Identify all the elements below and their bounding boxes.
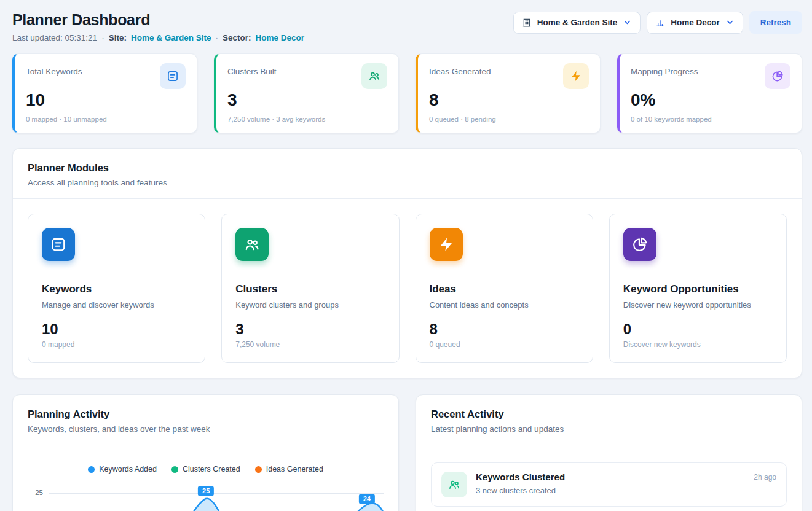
module-value: 3 (235, 321, 385, 338)
recent-item-timestamp: 2h ago (754, 472, 776, 482)
module-detail: 7,250 volume (235, 340, 385, 349)
module-description: Manage and discover keywords (42, 300, 191, 310)
module-title: Keywords (42, 283, 191, 295)
modules-grid: Keywords Manage and discover keywords 10… (13, 199, 802, 378)
stat-label: Ideas Generated (429, 63, 491, 76)
module-title: Clusters (235, 283, 385, 295)
panel-subtitle: Latest planning actions and updates (431, 424, 787, 434)
stat-label: Total Keywords (26, 63, 82, 76)
module-card-keyword-opportunities[interactable]: Keyword Opportunities Discover new keywo… (609, 214, 787, 363)
module-card-clusters[interactable]: Clusters Keyword clusters and groups 3 7… (221, 214, 399, 363)
legend-item-keywords-added: Keywords Added (88, 465, 157, 474)
sector-link[interactable]: Home Decor (255, 33, 304, 42)
recent-item-description: 3 new clusters created (476, 486, 745, 495)
stat-value: 8 (429, 90, 589, 110)
panel-title: Planning Activity (28, 408, 384, 420)
site-link[interactable]: Home & Garden Site (131, 33, 211, 42)
module-description: Content ideas and concepts (430, 300, 579, 310)
site-dropdown[interactable]: Home & Garden Site (513, 12, 641, 34)
pie-chart-icon (623, 228, 656, 261)
stat-card-total-keywords: Total Keywords 10 0 mapped · 10 unmapped (12, 53, 197, 133)
chevron-down-icon (725, 18, 735, 27)
module-title: Ideas (430, 283, 579, 295)
legend-label: Keywords Added (99, 465, 157, 474)
bar-chart-icon (655, 18, 665, 28)
module-detail: Discover new keywords (623, 340, 773, 349)
stat-label: Mapping Progress (631, 63, 698, 76)
stat-card-ideas-generated: Ideas Generated 8 0 queued · 8 pending (416, 53, 601, 133)
refresh-button[interactable]: Refresh (749, 11, 802, 34)
planner-modules-header: Planner Modules Access all planning tool… (13, 149, 802, 199)
stat-card-clusters-built: Clusters Built 3 7,250 volume · 3 avg ke… (214, 53, 399, 133)
users-icon (441, 472, 467, 497)
module-description: Keyword clusters and groups (235, 300, 385, 310)
stat-detail: 0 of 10 keywords mapped (631, 115, 790, 123)
recent-activity-panel: Recent Activity Latest planning actions … (416, 394, 802, 511)
module-title: Keyword Opportunities (623, 283, 773, 295)
stat-value: 3 (227, 90, 387, 110)
planner-modules-panel: Planner Modules Access all planning tool… (12, 148, 802, 378)
page-header: Planner Dashboard Last updated: 05:31:21… (12, 11, 802, 42)
module-description: Discover new keyword opportunities (623, 300, 773, 310)
legend-label: Clusters Created (183, 465, 240, 474)
legend-dot-orange (255, 466, 262, 473)
module-value: 10 (42, 321, 191, 338)
recent-activity-header: Recent Activity Latest planning actions … (416, 395, 802, 445)
stat-card-mapping-progress: Mapping Progress 0% 0 of 10 keywords map… (617, 53, 802, 133)
legend-dot-blue (88, 466, 95, 473)
panel-subtitle: Keywords, clusters, and ideas over the p… (28, 424, 384, 434)
recent-item-title: Keywords Clustered (476, 472, 745, 482)
last-updated-text: Last updated: 05:31:21 (12, 33, 97, 42)
sector-dropdown[interactable]: Home Decor (647, 12, 743, 34)
bolt-icon (563, 63, 589, 89)
chart-y-axis: 25 (28, 486, 49, 511)
users-icon (361, 63, 387, 89)
header-controls: Home & Garden Site Home Decor Refresh (513, 11, 802, 34)
list-icon (160, 63, 186, 89)
separator-dot: · (101, 33, 104, 42)
stat-detail: 0 mapped · 10 unmapped (26, 115, 186, 123)
legend-label: Ideas Generated (266, 465, 323, 474)
sector-dropdown-label: Home Decor (671, 18, 720, 27)
users-icon (235, 228, 269, 261)
pie-chart-icon (765, 63, 790, 89)
stat-detail: 0 queued · 8 pending (429, 115, 589, 123)
stat-label: Clusters Built (227, 63, 277, 76)
legend-item-clusters-created: Clusters Created (171, 465, 240, 474)
panel-title: Planner Modules (28, 162, 787, 174)
sector-label: Sector: (223, 33, 251, 42)
keywords-added-area-series (49, 486, 384, 511)
module-value: 0 (623, 321, 773, 338)
data-point-label: 25 (198, 486, 214, 496)
page-subtitle: Last updated: 05:31:21 · Site: Home & Ga… (12, 33, 304, 42)
planning-activity-panel: Planning Activity Keywords, clusters, an… (12, 394, 399, 511)
chevron-down-icon (623, 18, 632, 27)
page-header-left: Planner Dashboard Last updated: 05:31:21… (12, 11, 304, 42)
recent-activity-item[interactable]: Keywords Clustered 3 new clusters create… (431, 462, 787, 507)
recent-item-main: Keywords Clustered 3 new clusters create… (476, 472, 745, 495)
module-value: 8 (430, 321, 579, 338)
module-detail: 0 mapped (42, 340, 191, 349)
panel-title: Recent Activity (431, 408, 787, 420)
page-title: Planner Dashboard (12, 11, 304, 29)
list-icon (42, 228, 75, 261)
planner-dashboard-page: Planner Dashboard Last updated: 05:31:21… (0, 0, 812, 511)
planning-activity-header: Planning Activity Keywords, clusters, an… (13, 395, 398, 445)
chart-legend: Keywords Added Clusters Created Ideas Ge… (28, 465, 384, 474)
area-chart: 25 25 24 (28, 486, 384, 511)
recent-activity-body: Keywords Clustered 3 new clusters create… (416, 445, 802, 511)
module-card-ideas[interactable]: Ideas Content ideas and concepts 8 0 que… (416, 214, 593, 363)
module-detail: 0 queued (430, 340, 579, 349)
planning-activity-body: Keywords Added Clusters Created Ideas Ge… (13, 445, 398, 511)
site-dropdown-label: Home & Garden Site (537, 18, 618, 27)
panel-subtitle: Access all planning tools and features (28, 178, 787, 187)
legend-dot-green (171, 466, 178, 473)
site-label: Site: (109, 33, 127, 42)
module-card-keywords[interactable]: Keywords Manage and discover keywords 10… (28, 214, 205, 363)
data-point-label: 24 (359, 494, 375, 504)
legend-item-ideas-generated: Ideas Generated (255, 465, 323, 474)
stat-value: 10 (26, 90, 186, 110)
bolt-icon (430, 228, 463, 261)
stat-detail: 7,250 volume · 3 avg keywords (227, 115, 387, 123)
stats-row: Total Keywords 10 0 mapped · 10 unmapped… (12, 53, 802, 133)
